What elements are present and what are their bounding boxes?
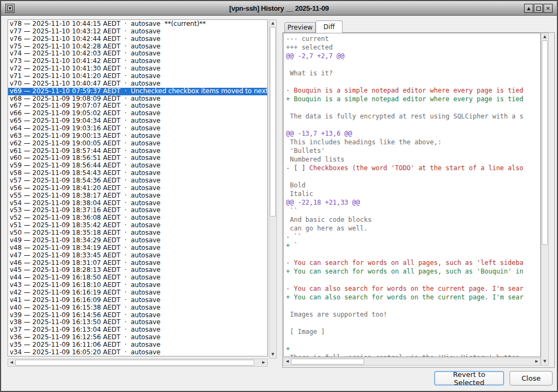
diff-line: What is it?	[286, 69, 540, 78]
list-item[interactable]: v50 — 2025-11-09 18:35:18 AEDT · autosav…	[8, 229, 267, 237]
list-item[interactable]: v75 — 2025-11-10 10:42:28 AEDT · autosav…	[8, 43, 267, 51]
titlebar[interactable]: ▼ [vpn-ssh] History __ 2025-11-09 ▲ ✕	[1, 1, 557, 16]
list-item[interactable]: v67 — 2025-11-09 19:07:07 AEDT · autosav…	[8, 102, 267, 110]
list-item[interactable]: v40 — 2025-11-09 16:15:38 AEDT · autosav…	[8, 304, 267, 312]
tab-diff-label: Diff	[324, 23, 335, 31]
diff-line: +++ selected	[286, 43, 540, 52]
diff-line: + You can search for words on all pages,…	[286, 267, 540, 276]
scroll-left-arrow[interactable]: ◀	[284, 358, 291, 365]
diff-line: - [ ] Checkboxes (the word 'TODO' at the…	[286, 164, 540, 172]
diff-line	[286, 60, 540, 69]
scrollbar-thumb[interactable]	[291, 359, 364, 365]
list-item[interactable]: v74 — 2025-11-10 10:42:03 AEDT · autosav…	[8, 50, 267, 58]
list-item[interactable]: v73 — 2025-11-10 10:41:42 AEDT · autosav…	[8, 58, 267, 65]
scroll-right-arrow[interactable]: ▶	[260, 359, 267, 366]
revert-to-selected-button[interactable]: Revert to Selected	[434, 371, 504, 386]
tab-preview-label: Preview	[288, 24, 313, 31]
list-item[interactable]: v71 — 2025-11-10 10:41:20 AEDT · autosav…	[8, 73, 267, 80]
list-item[interactable]: v65 — 2025-11-09 19:04:34 AEDT · autosav…	[8, 117, 267, 125]
list-item[interactable]: v38 — 2025-11-09 16:13:50 AEDT · autosav…	[8, 319, 267, 326]
diff-line: Italic	[286, 190, 540, 198]
list-item[interactable]: v76 — 2025-11-10 10:42:44 AEDT · autosav…	[8, 36, 267, 43]
diff-line	[286, 121, 540, 129]
scrollbar-thumb[interactable]	[542, 40, 548, 245]
list-item[interactable]: v53 — 2025-11-09 18:37:16 AEDT · autosav…	[8, 207, 267, 214]
list-item[interactable]: v69 — 2025-11-10 07:59:37 AEDT · Uncheck…	[8, 88, 267, 95]
list-item[interactable]: v59 — 2025-11-09 18:56:44 AEDT · autosav…	[8, 162, 267, 170]
list-item[interactable]: v51 — 2025-11-09 18:35:42 AEDT · autosav…	[8, 222, 267, 229]
scroll-up-arrow[interactable]: ▲	[541, 33, 548, 40]
diff-line: - You can search for words on all pages,…	[286, 258, 540, 267]
list-item[interactable]: v64 — 2025-11-09 19:03:16 AEDT · autosav…	[8, 125, 267, 132]
list-item[interactable]: v36 — 2025-11-09 16:12:56 AEDT · autosav…	[8, 334, 267, 341]
list-item[interactable]: v61 — 2025-11-09 18:57:44 AEDT · autosav…	[8, 148, 267, 155]
list-item[interactable]: v60 — 2025-11-09 18:56:51 AEDT · autosav…	[8, 155, 267, 162]
diff-line: - You can also search for words on the c…	[286, 284, 540, 293]
diff-line: +	[286, 345, 540, 353]
list-item[interactable]: v35 — 2025-11-09 16:11:06 AEDT · autosav…	[8, 341, 267, 349]
version-list[interactable]: v78 — 2025-11-10 10:44:15 AEDT · autosav…	[8, 19, 268, 356]
list-item[interactable]: v72 — 2025-11-10 10:41:30 AEDT · autosav…	[8, 65, 267, 73]
list-item[interactable]: v52 — 2025-11-09 18:36:08 AEDT · autosav…	[8, 214, 267, 222]
diff-line: @@ -2,7 +2,7 @@	[286, 52, 540, 60]
diff-horizontal-scrollbar[interactable]: ◀ ▶	[283, 358, 541, 366]
diff-line: - ``	[286, 233, 540, 241]
diff-line	[286, 103, 540, 112]
window-menu-button[interactable]: ▼	[5, 4, 15, 13]
list-item[interactable]: v45 — 2025-11-09 18:28:13 AEDT · autosav…	[8, 267, 267, 274]
list-item[interactable]: v68 — 2025-11-09 19:08:09 AEDT · autosav…	[8, 95, 267, 103]
list-item[interactable]: v62 — 2025-11-09 19:00:05 AEDT · autosav…	[8, 140, 267, 148]
scrollbar-thumb[interactable]	[270, 27, 276, 216]
version-list-horizontal-scrollbar[interactable]: ◀ ▶	[8, 359, 268, 367]
close-window-button[interactable]: ✕	[543, 4, 553, 13]
list-item[interactable]: v34 — 2025-11-09 16:05:20 AEDT · autosav…	[8, 349, 267, 356]
tab-diff[interactable]: Diff	[316, 20, 343, 33]
list-item[interactable]: v78 — 2025-11-10 10:44:15 AEDT · autosav…	[8, 20, 267, 28]
scroll-up-arrow[interactable]: ▲	[269, 20, 276, 27]
list-item[interactable]: v43 — 2025-11-09 16:18:10 AEDT · autosav…	[8, 282, 267, 289]
list-item[interactable]: v77 — 2025-11-10 10:43:12 AEDT · autosav…	[8, 28, 267, 36]
list-item[interactable]: v56 — 2025-11-09 18:41:20 AEDT · autosav…	[8, 185, 267, 192]
diff-line	[286, 78, 540, 86]
list-item[interactable]: v44 — 2025-11-09 16:18:50 AEDT · autosav…	[8, 274, 267, 282]
version-list-vertical-scrollbar[interactable]: ▲ ▼	[269, 19, 277, 359]
diff-vertical-scrollbar[interactable]: ▲ ▼	[541, 33, 549, 366]
diff-line: This includes headings like the above,:	[286, 138, 540, 146]
diff-line: --- current	[286, 34, 540, 43]
scrollbar-thumb[interactable]	[15, 360, 254, 366]
diff-line: + `	[286, 241, 540, 250]
list-item[interactable]: v47 — 2025-11-09 18:33:45 AEDT · autosav…	[8, 252, 267, 260]
list-item[interactable]: v42 — 2025-11-09 16:16:19 AEDT · autosav…	[8, 289, 267, 297]
maximize-button[interactable]	[534, 4, 543, 13]
scroll-right-arrow[interactable]: ▶	[533, 358, 540, 365]
scroll-down-arrow[interactable]: ▼	[541, 358, 548, 365]
diff-line: ``	[286, 207, 540, 215]
diff-text[interactable]: --- current+++ selected@@ -2,7 +2,7 @@ W…	[283, 33, 541, 357]
window-title: [vpn-ssh] History __ 2025-11-09	[1, 4, 557, 12]
shade-icon: ▲	[527, 6, 530, 11]
list-item[interactable]: v46 — 2025-11-09 18:31:07 AEDT · autosav…	[8, 260, 267, 267]
diff-line: Images are supported too!	[286, 310, 540, 319]
list-item[interactable]: v49 — 2025-11-09 18:34:29 AEDT · autosav…	[8, 237, 267, 244]
close-button[interactable]: Close	[510, 371, 553, 386]
list-item[interactable]: v58 — 2025-11-09 18:54:43 AEDT · autosav…	[8, 170, 267, 177]
list-item[interactable]: v70 — 2025-11-10 10:40:47 AEDT · autosav…	[8, 80, 267, 88]
list-item[interactable]: v55 — 2025-11-09 18:38:17 AEDT · autosav…	[8, 192, 267, 200]
list-item[interactable]: v39 — 2025-11-09 16:14:56 AEDT · autosav…	[8, 312, 267, 319]
tab-preview[interactable]: Preview	[284, 22, 316, 33]
diff-line: And basic code blocks	[286, 215, 540, 224]
scroll-left-arrow[interactable]: ◀	[8, 359, 15, 366]
list-item[interactable]: v37 — 2025-11-09 16:13:04 AEDT · autosav…	[8, 326, 267, 334]
list-item[interactable]: v54 — 2025-11-09 18:38:04 AEDT · autosav…	[8, 200, 267, 207]
maximize-icon	[536, 6, 541, 11]
shade-button[interactable]: ▲	[524, 4, 533, 13]
diff-line: Bold	[286, 181, 540, 190]
diff-line: The data is fully encrypted at rest usin…	[286, 112, 540, 121]
scroll-down-arrow[interactable]: ▼	[269, 351, 276, 358]
list-item[interactable]: v63 — 2025-11-09 19:00:13 AEDT · autosav…	[8, 132, 267, 140]
list-item[interactable]: v57 — 2025-11-09 18:54:36 AEDT · autosav…	[8, 177, 267, 185]
list-item[interactable]: v66 — 2025-11-09 19:05:02 AEDT · autosav…	[8, 110, 267, 117]
diff-line	[286, 319, 540, 327]
list-item[interactable]: v41 — 2025-11-09 16:16:09 AEDT · autosav…	[8, 297, 267, 304]
list-item[interactable]: v48 — 2025-11-09 18:34:19 AEDT · autosav…	[8, 244, 267, 252]
